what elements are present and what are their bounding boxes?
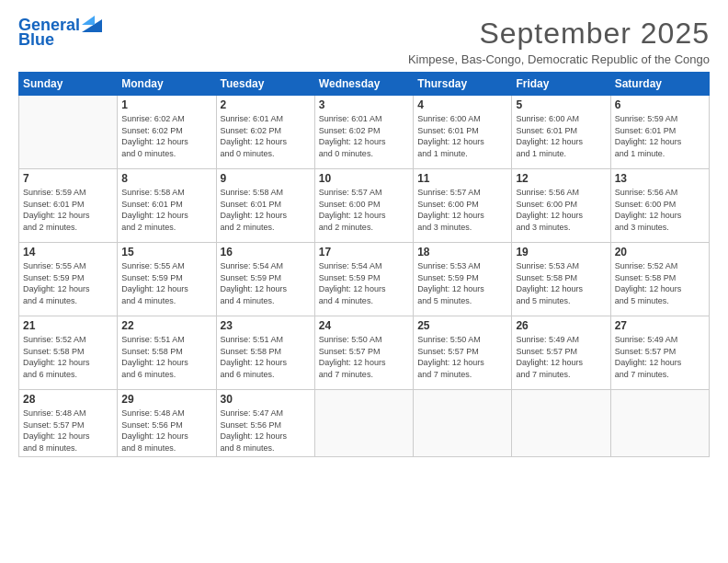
day-info: Sunrise: 5:58 AM Sunset: 6:01 PM Dayligh… [121,187,211,233]
day-info: Sunrise: 5:56 AM Sunset: 6:00 PM Dayligh… [516,187,606,233]
day-number: 19 [516,246,606,259]
table-row: 23Sunrise: 5:51 AM Sunset: 5:58 PM Dayli… [216,316,314,390]
day-number: 12 [516,172,606,185]
day-number: 21 [23,319,113,332]
day-info: Sunrise: 5:53 AM Sunset: 5:58 PM Dayligh… [516,260,606,306]
table-row: 14Sunrise: 5:55 AM Sunset: 5:59 PM Dayli… [19,243,118,316]
day-info: Sunrise: 5:49 AM Sunset: 5:57 PM Dayligh… [516,334,606,380]
day-number: 5 [516,98,606,111]
day-number: 8 [121,172,211,185]
table-row [19,96,118,169]
day-info: Sunrise: 5:52 AM Sunset: 5:58 PM Dayligh… [23,334,113,380]
table-row: 7Sunrise: 5:59 AM Sunset: 6:01 PM Daylig… [19,169,118,243]
day-number: 26 [516,319,606,332]
day-info: Sunrise: 6:02 AM Sunset: 6:02 PM Dayligh… [121,113,211,159]
table-row: 27Sunrise: 5:49 AM Sunset: 5:57 PM Dayli… [610,316,709,390]
table-row: 6Sunrise: 5:59 AM Sunset: 6:01 PM Daylig… [610,96,709,169]
day-info: Sunrise: 5:49 AM Sunset: 5:57 PM Dayligh… [615,334,705,380]
table-row: 28Sunrise: 5:48 AM Sunset: 5:57 PM Dayli… [19,390,118,457]
day-number: 28 [23,393,113,406]
table-row: 22Sunrise: 5:51 AM Sunset: 5:58 PM Dayli… [118,316,216,390]
day-info: Sunrise: 5:48 AM Sunset: 5:57 PM Dayligh… [23,408,113,454]
day-info: Sunrise: 5:54 AM Sunset: 5:59 PM Dayligh… [221,260,311,306]
day-number: 13 [615,172,705,185]
day-info: Sunrise: 5:50 AM Sunset: 5:57 PM Dayligh… [319,334,409,380]
day-number: 4 [417,98,507,111]
day-info: Sunrise: 5:47 AM Sunset: 5:56 PM Dayligh… [221,408,311,454]
table-row: 24Sunrise: 5:50 AM Sunset: 5:57 PM Dayli… [314,316,413,390]
table-row: 21Sunrise: 5:52 AM Sunset: 5:58 PM Dayli… [19,316,118,390]
table-row: 3Sunrise: 6:01 AM Sunset: 6:02 PM Daylig… [314,96,413,169]
table-row: 10Sunrise: 5:57 AM Sunset: 6:00 PM Dayli… [314,169,413,243]
day-number: 3 [319,98,409,111]
table-row [512,390,610,457]
day-number: 30 [221,393,311,406]
col-friday: Friday [512,73,610,96]
table-row: 19Sunrise: 5:53 AM Sunset: 5:58 PM Dayli… [512,243,610,316]
logo-blue: Blue [18,31,54,50]
day-info: Sunrise: 5:56 AM Sunset: 6:00 PM Dayligh… [615,187,705,233]
table-row: 12Sunrise: 5:56 AM Sunset: 6:00 PM Dayli… [512,169,610,243]
day-info: Sunrise: 5:57 AM Sunset: 6:00 PM Dayligh… [319,187,409,233]
day-number: 24 [319,319,409,332]
day-info: Sunrise: 5:51 AM Sunset: 5:58 PM Dayligh… [121,334,211,380]
month-title: September 2025 [408,17,710,51]
table-row: 18Sunrise: 5:53 AM Sunset: 5:59 PM Dayli… [414,243,512,316]
table-row: 4Sunrise: 6:00 AM Sunset: 6:01 PM Daylig… [414,96,512,169]
table-row: 2Sunrise: 6:01 AM Sunset: 6:02 PM Daylig… [216,96,314,169]
day-number: 16 [221,246,311,259]
day-number: 6 [615,98,705,111]
day-info: Sunrise: 5:55 AM Sunset: 5:59 PM Dayligh… [121,260,211,306]
day-number: 29 [121,393,211,406]
day-number: 9 [221,172,311,185]
day-info: Sunrise: 5:58 AM Sunset: 6:01 PM Dayligh… [221,187,311,233]
table-row: 5Sunrise: 6:00 AM Sunset: 6:01 PM Daylig… [512,96,610,169]
table-row: 29Sunrise: 5:48 AM Sunset: 5:56 PM Dayli… [118,390,216,457]
day-number: 17 [319,246,409,259]
table-row: 26Sunrise: 5:49 AM Sunset: 5:57 PM Dayli… [512,316,610,390]
table-row [610,390,709,457]
col-monday: Monday [118,73,216,96]
col-saturday: Saturday [610,73,709,96]
day-info: Sunrise: 5:53 AM Sunset: 5:59 PM Dayligh… [417,260,507,306]
table-row: 15Sunrise: 5:55 AM Sunset: 5:59 PM Dayli… [118,243,216,316]
day-info: Sunrise: 6:00 AM Sunset: 6:01 PM Dayligh… [417,113,507,159]
col-tuesday: Tuesday [216,73,314,96]
day-number: 7 [23,172,113,185]
table-row: 30Sunrise: 5:47 AM Sunset: 5:56 PM Dayli… [216,390,314,457]
table-row: 16Sunrise: 5:54 AM Sunset: 5:59 PM Dayli… [216,243,314,316]
day-number: 15 [121,246,211,259]
day-info: Sunrise: 5:57 AM Sunset: 6:00 PM Dayligh… [417,187,507,233]
table-row: 8Sunrise: 5:58 AM Sunset: 6:01 PM Daylig… [118,169,216,243]
table-row: 11Sunrise: 5:57 AM Sunset: 6:00 PM Dayli… [414,169,512,243]
day-info: Sunrise: 5:54 AM Sunset: 5:59 PM Dayligh… [319,260,409,306]
table-row [314,390,413,457]
day-info: Sunrise: 5:59 AM Sunset: 6:01 PM Dayligh… [615,113,705,159]
col-wednesday: Wednesday [314,73,413,96]
logo: General Blue [18,17,102,50]
table-row: 9Sunrise: 5:58 AM Sunset: 6:01 PM Daylig… [216,169,314,243]
table-row: 17Sunrise: 5:54 AM Sunset: 5:59 PM Dayli… [314,243,413,316]
subtitle: Kimpese, Bas-Congo, Democratic Republic … [408,52,710,66]
day-number: 18 [417,246,507,259]
col-sunday: Sunday [19,73,118,96]
svg-marker-1 [82,16,95,25]
day-number: 10 [319,172,409,185]
day-number: 14 [23,246,113,259]
day-number: 25 [417,319,507,332]
table-row: 25Sunrise: 5:50 AM Sunset: 5:57 PM Dayli… [414,316,512,390]
header: General Blue September 2025 Kimpese, Bas… [18,17,710,66]
table-row: 1Sunrise: 6:02 AM Sunset: 6:02 PM Daylig… [118,96,216,169]
table-row: 20Sunrise: 5:52 AM Sunset: 5:58 PM Dayli… [610,243,709,316]
day-number: 1 [121,98,211,111]
day-info: Sunrise: 5:51 AM Sunset: 5:58 PM Dayligh… [221,334,311,380]
day-info: Sunrise: 6:01 AM Sunset: 6:02 PM Dayligh… [221,113,311,159]
title-block: September 2025 Kimpese, Bas-Congo, Democ… [408,17,710,66]
day-number: 27 [615,319,705,332]
day-info: Sunrise: 5:52 AM Sunset: 5:58 PM Dayligh… [615,260,705,306]
day-number: 2 [221,98,311,111]
calendar: Sunday Monday Tuesday Wednesday Thursday… [18,72,710,457]
day-number: 20 [615,246,705,259]
day-info: Sunrise: 5:55 AM Sunset: 5:59 PM Dayligh… [23,260,113,306]
day-info: Sunrise: 5:50 AM Sunset: 5:57 PM Dayligh… [417,334,507,380]
